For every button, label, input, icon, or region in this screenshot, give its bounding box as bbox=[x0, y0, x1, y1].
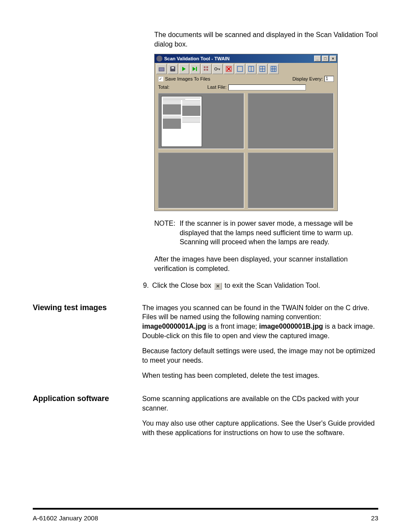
svg-rect-2 bbox=[171, 67, 174, 68]
viewing-p1-pre: The images you scanned can be found in t… bbox=[142, 304, 369, 321]
save-images-label: Save Images To Files bbox=[165, 76, 210, 81]
viewing-p1-b2: image0000001B.jpg bbox=[259, 323, 323, 330]
note-block: NOTE: If the scanner is in power saver m… bbox=[154, 219, 378, 247]
step-9: 9. Click the Close box ✕ to exit the Sca… bbox=[143, 281, 378, 290]
app-icon bbox=[156, 56, 162, 62]
viewing-p1-mid: is a front image; bbox=[206, 323, 259, 330]
appsoft-p1: Some scanning applications are available… bbox=[142, 394, 378, 413]
pane-one-icon[interactable] bbox=[235, 64, 245, 74]
options-bar: ✓ Save Images To Files Display Every: 1 bbox=[155, 75, 337, 84]
note-text: If the scanner is in power saver mode, a… bbox=[180, 219, 378, 247]
svg-marker-4 bbox=[193, 67, 196, 71]
section-viewing-test-images: Viewing test images The images you scann… bbox=[33, 303, 378, 386]
footer: A-61602 January 2008 23 bbox=[33, 514, 378, 522]
footer-doc-id: A-61602 January 2008 bbox=[33, 514, 98, 522]
appsoft-p2: You may also use other capture applicati… bbox=[142, 419, 378, 437]
step-text: Click the Close box ✕ to exit the Scan V… bbox=[152, 281, 320, 290]
note-label: NOTE: bbox=[154, 219, 175, 228]
viewing-p1: The images you scanned can be found in t… bbox=[142, 303, 378, 340]
svg-rect-5 bbox=[196, 67, 197, 71]
scan-validation-screenshot: Scan Validation Tool - TWAIN _ □ × ✓ Sav… bbox=[154, 54, 338, 211]
pane-two-icon[interactable] bbox=[246, 64, 256, 74]
viewing-p2: Because factory default settings were us… bbox=[142, 346, 378, 365]
scanned-document bbox=[161, 96, 202, 147]
svg-rect-7 bbox=[206, 66, 208, 68]
total-label: Total: bbox=[158, 84, 169, 90]
svg-point-10 bbox=[215, 68, 217, 70]
lastfile-input[interactable] bbox=[228, 84, 306, 90]
heading-viewing: Viewing test images bbox=[33, 303, 142, 312]
svg-rect-8 bbox=[204, 69, 206, 71]
after-paragraph: After the images have been displayed, yo… bbox=[154, 255, 378, 273]
section-application-software: Application software Some scanning appli… bbox=[33, 394, 378, 443]
status-bar: Total: Last File: bbox=[155, 84, 337, 93]
svg-marker-3 bbox=[182, 67, 186, 71]
pane-four-icon[interactable] bbox=[257, 64, 268, 74]
svg-rect-0 bbox=[159, 68, 164, 71]
heading-appsoft: Application software bbox=[33, 394, 142, 403]
toolbar bbox=[155, 63, 337, 75]
footer-page-number: 23 bbox=[371, 514, 378, 522]
pane-grid-icon[interactable] bbox=[268, 64, 279, 74]
settings-grid-icon[interactable] bbox=[201, 64, 212, 74]
window-titlebar: Scan Validation Tool - TWAIN _ □ × bbox=[155, 54, 337, 63]
play-end-icon[interactable] bbox=[190, 64, 200, 74]
viewing-p1-b1: image0000001A.jpg bbox=[142, 323, 206, 330]
play-icon[interactable] bbox=[179, 64, 189, 74]
display-every-label: Display Every: bbox=[293, 76, 323, 81]
preview-pane-4 bbox=[248, 152, 334, 208]
key-icon[interactable] bbox=[212, 64, 223, 74]
preview-grid bbox=[155, 93, 337, 212]
svg-rect-16 bbox=[237, 66, 243, 72]
step-number: 9. bbox=[143, 281, 149, 290]
intro-paragraph: The documents will be scanned and displa… bbox=[154, 30, 378, 49]
lastfile-label: Last File: bbox=[207, 84, 227, 90]
clear-x-icon[interactable] bbox=[224, 64, 234, 74]
maximize-button[interactable]: □ bbox=[322, 56, 329, 62]
footer-rule bbox=[33, 508, 378, 510]
window-title: Scan Validation Tool - TWAIN bbox=[164, 56, 230, 61]
viewing-p3: When testing has been completed, delete … bbox=[142, 371, 378, 380]
minimize-button[interactable]: _ bbox=[314, 56, 321, 62]
svg-rect-6 bbox=[204, 66, 206, 68]
disk-icon[interactable] bbox=[168, 64, 178, 74]
preview-pane-1 bbox=[158, 93, 244, 149]
scanner-icon[interactable] bbox=[156, 64, 167, 74]
step-post: to exit the Scan Validation Tool. bbox=[224, 282, 320, 289]
close-button[interactable]: × bbox=[330, 56, 336, 62]
close-box-icon: ✕ bbox=[214, 283, 222, 289]
step-pre: Click the Close box bbox=[152, 282, 211, 289]
display-every-input[interactable]: 1 bbox=[324, 76, 334, 82]
save-checkbox[interactable]: ✓ bbox=[158, 76, 163, 81]
preview-pane-2 bbox=[248, 93, 334, 149]
svg-rect-9 bbox=[206, 69, 208, 71]
preview-pane-3 bbox=[158, 152, 244, 208]
